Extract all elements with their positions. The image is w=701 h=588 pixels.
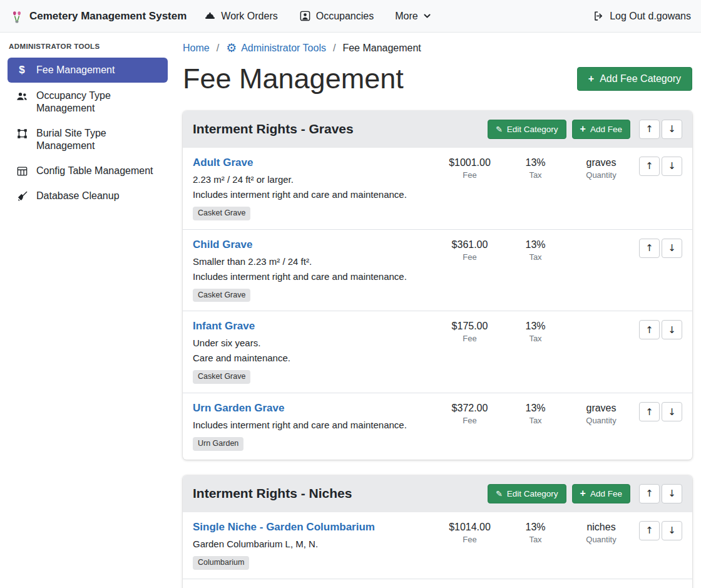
- arrow-up-icon: ↑: [645, 525, 653, 536]
- fee-descriptions: 2.23 m² / 24 ft² or larger.Includes inte…: [193, 172, 431, 202]
- fee-quantity-label: Quantity: [568, 170, 634, 180]
- fee-name-link[interactable]: Urn Garden Grave: [193, 402, 284, 415]
- move-fee-down-button[interactable]: ↓: [662, 320, 682, 339]
- arrow-up-icon: ↑: [645, 324, 653, 336]
- move-fee-up-button[interactable]: ↑: [639, 320, 660, 339]
- page-title: Fee Management: [183, 63, 404, 95]
- fee-tax-column: 13% Tax: [503, 239, 568, 262]
- move-fee-down-button[interactable]: ↓: [662, 239, 682, 258]
- vector-square-icon: [16, 128, 28, 140]
- nav-item-work-orders[interactable]: Work Orders: [204, 10, 277, 22]
- fee-rows: Adult Grave 2.23 m² / 24 ft² or larger.I…: [183, 148, 692, 460]
- fee-category-header: Interment Rights - Graves ✎ Edit Categor…: [183, 111, 692, 148]
- fee-description: Under six years.: [193, 336, 431, 351]
- fee-description: 2.23 m² / 24 ft² or larger.: [193, 172, 431, 187]
- fee-category-card: Interment Rights - Niches ✎ Edit Categor…: [183, 475, 692, 588]
- navbar-brand[interactable]: Cemetery Management System: [10, 9, 187, 23]
- fee-type-badge: Columbarium: [193, 556, 249, 570]
- move-category-down-button[interactable]: ↓: [662, 120, 682, 139]
- arrow-up-icon: ↑: [645, 160, 653, 172]
- chevron-down-icon: [423, 12, 431, 20]
- fee-tax: 13%: [503, 239, 568, 250]
- broom-icon: [16, 190, 28, 202]
- add-fee-button[interactable]: + Add Fee: [572, 484, 630, 503]
- fee-amount: $1014.00: [437, 522, 503, 533]
- sidebar-heading: ADMINISTRATOR TOOLS: [0, 43, 175, 50]
- fee-description: Care and maintenance.: [193, 351, 431, 366]
- sidebar-item-database-cleanup[interactable]: Database Cleanup: [8, 184, 168, 208]
- fee-row: Single Niche - Garden Columbarium Garden…: [183, 512, 692, 579]
- fee-amount-label: Fee: [437, 170, 503, 180]
- edit-category-label: Edit Category: [507, 125, 558, 134]
- fee-tax-label: Tax: [503, 252, 568, 262]
- fee-tax-column: 13% Tax: [503, 320, 568, 343]
- nav-item-more[interactable]: More: [395, 11, 431, 22]
- move-category-up-button[interactable]: ↑: [639, 484, 660, 503]
- fee-amount-column: $361.00 Fee: [437, 239, 503, 262]
- fee-quantity-column: graves Quantity: [568, 402, 634, 425]
- fee-description: Includes interment right and care and ma…: [193, 418, 431, 433]
- move-fee-down-button[interactable]: ↓: [662, 521, 682, 540]
- fee-name-link[interactable]: Child Grave: [193, 239, 252, 251]
- category-title: Interment Rights - Graves: [193, 121, 354, 137]
- arrow-up-icon: ↑: [645, 123, 653, 135]
- move-fee-down-button[interactable]: ↓: [662, 157, 682, 176]
- fee-category-header: Interment Rights - Niches ✎ Edit Categor…: [183, 475, 692, 512]
- sidebar-item-label: Burial Site Type Management: [36, 127, 160, 152]
- sidebar-item-occupancy-type-management[interactable]: Occupancy Type Management: [8, 84, 168, 120]
- sidebar-item-config-table-management[interactable]: Config Table Management: [8, 159, 168, 183]
- category-title: Interment Rights - Niches: [193, 486, 352, 501]
- logout-label: Log Out d.gowans: [610, 11, 691, 22]
- fee-row: Adult Grave 2.23 m² / 24 ft² or larger.I…: [183, 148, 692, 229]
- fee-descriptions: Garden Columbarium L, M, N.: [193, 537, 431, 552]
- add-fee-category-button[interactable]: + Add Fee Category: [577, 67, 692, 91]
- edit-category-button[interactable]: ✎ Edit Category: [488, 484, 566, 503]
- fee-name-link[interactable]: Adult Grave: [193, 157, 253, 169]
- add-fee-button[interactable]: + Add Fee: [572, 120, 630, 139]
- breadcrumb-admin-tools-link[interactable]: ⚙ Administrator Tools: [226, 43, 326, 54]
- sidebar-item-fee-management[interactable]: $ Fee Management: [8, 58, 168, 83]
- move-fee-up-button[interactable]: ↑: [639, 521, 660, 540]
- fee-type-badge: Casket Grave: [193, 207, 250, 220]
- fee-quantity-column: niches Quantity: [568, 521, 634, 544]
- fee-amount-label: Fee: [437, 416, 503, 425]
- move-fee-up-button[interactable]: ↑: [639, 402, 660, 421]
- fee-quantity-column: [568, 320, 634, 322]
- fee-name-link[interactable]: Single Niche - Garden Columbarium: [193, 521, 375, 534]
- move-fee-up-button[interactable]: ↑: [639, 157, 660, 176]
- fee-type-badge: Casket Grave: [193, 370, 250, 384]
- move-category-up-button[interactable]: ↑: [639, 120, 660, 139]
- fee-tax-column: 13% Tax: [503, 157, 568, 180]
- fee-description: Garden Columbarium L, M, N.: [193, 537, 431, 552]
- table-icon: [16, 165, 28, 177]
- edit-category-button[interactable]: ✎ Edit Category: [488, 120, 566, 139]
- fee-tax: 13%: [503, 321, 568, 332]
- fee-amount-column: $175.00 Fee: [437, 320, 503, 343]
- fee-name-link[interactable]: Infant Grave: [193, 320, 255, 333]
- pencil-icon: ✎: [496, 125, 503, 133]
- arrow-down-icon: ↓: [668, 123, 676, 135]
- fee-quantity-label: Quantity: [568, 535, 634, 544]
- fee-amount-label: Fee: [437, 535, 503, 544]
- breadcrumb: Home / ⚙ Administrator Tools / Fee Manag…: [183, 43, 692, 54]
- sidebar-item-burial-site-type-management[interactable]: Burial Site Type Management: [8, 121, 168, 158]
- logout-link[interactable]: Log Out d.gowans: [593, 10, 691, 22]
- pencil-icon: ✎: [496, 490, 503, 498]
- move-fee-down-button[interactable]: ↓: [662, 402, 682, 421]
- category-list: Interment Rights - Graves ✎ Edit Categor…: [183, 111, 692, 588]
- fee-quantity: graves: [568, 403, 634, 414]
- breadcrumb-home-link[interactable]: Home: [183, 43, 210, 54]
- dollar-icon: $: [16, 64, 28, 76]
- fee-quantity: niches: [568, 522, 634, 533]
- edit-category-label: Edit Category: [507, 489, 558, 498]
- move-fee-up-button[interactable]: ↑: [639, 239, 660, 258]
- fee-tax: 13%: [503, 403, 568, 414]
- sidebar-item-label: Config Table Management: [36, 165, 153, 177]
- fee-amount: $1001.00: [437, 157, 503, 168]
- add-fee-label: Add Fee: [590, 125, 622, 134]
- tulip-logo-icon: [10, 9, 24, 23]
- move-category-down-button[interactable]: ↓: [662, 484, 682, 503]
- nav-item-occupancies[interactable]: Occupancies: [299, 10, 374, 22]
- arrow-down-icon: ↓: [668, 525, 676, 536]
- fee-tax-label: Tax: [503, 416, 568, 425]
